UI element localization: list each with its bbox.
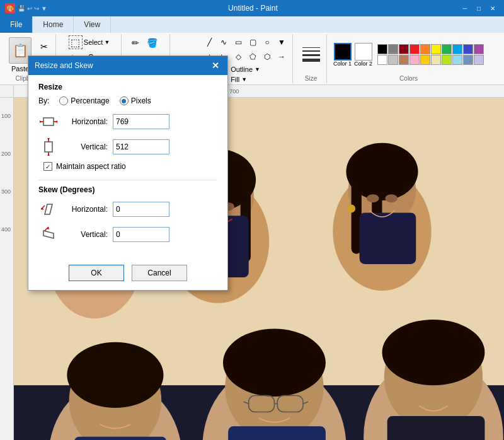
- color2-selector: Color 2: [354, 43, 372, 67]
- color-swatch-2[interactable]: [399, 44, 409, 54]
- color-swatch-10[interactable]: [377, 55, 387, 65]
- color-swatch-16[interactable]: [442, 55, 452, 65]
- resize-v-icon-container: [38, 137, 59, 157]
- tab-file[interactable]: File: [0, 16, 33, 33]
- color1-label: Color 1: [333, 61, 352, 67]
- color-swatch-12[interactable]: [399, 55, 409, 65]
- tab-view[interactable]: View: [74, 16, 111, 33]
- size-line-4[interactable]: [302, 59, 320, 62]
- svg-marker-50: [40, 120, 42, 123]
- shape-rect[interactable]: ▭: [231, 35, 245, 49]
- skew-v-icon-container: [38, 224, 59, 245]
- svg-rect-29: [74, 437, 167, 440]
- color-swatch-14[interactable]: [420, 55, 430, 65]
- percentage-radio-circle: [59, 96, 68, 105]
- select-arrow[interactable]: ▼: [104, 39, 110, 45]
- ruler-mark-700: 700: [229, 88, 239, 95]
- shape-diamond[interactable]: ◇: [231, 50, 245, 64]
- section-divider: [38, 180, 217, 180]
- window-controls: ─ □ ✕: [459, 2, 499, 14]
- size-content: [302, 35, 320, 74]
- maximize-button[interactable]: □: [472, 2, 485, 14]
- svg-point-23: [367, 194, 379, 202]
- colors-label: Colors: [399, 74, 418, 82]
- aspect-ratio-label: Maintain aspect ratio: [56, 162, 126, 171]
- title-bar-icons: 🎨 💾 ↩ ↪ ▼: [5, 3, 47, 13]
- shape-ellipse[interactable]: ○: [260, 35, 274, 49]
- color-swatch-4[interactable]: [420, 44, 430, 54]
- svg-marker-59: [41, 207, 43, 210]
- color-swatch-15[interactable]: [431, 55, 441, 65]
- resize-horizontal-icon: [38, 112, 59, 132]
- resize-vertical-row: Vertical:: [38, 137, 217, 157]
- color-swatch-8[interactable]: [463, 44, 473, 54]
- resize-vertical-input[interactable]: [113, 139, 169, 154]
- color-swatch-9[interactable]: [474, 44, 484, 54]
- color-swatch-3[interactable]: [410, 44, 420, 54]
- shape-arrow[interactable]: →: [275, 50, 289, 64]
- size-label: Size: [305, 74, 317, 82]
- aspect-ratio-row: Maintain aspect ratio: [43, 162, 217, 171]
- svg-marker-51: [55, 120, 57, 123]
- ruler-vertical: 100 200 300 400: [0, 98, 14, 440]
- color-swatch-7[interactable]: [452, 44, 462, 54]
- by-row: By: Percentage Pixels: [38, 96, 217, 105]
- dialog-body: Resize By: Percentage Pixels: [28, 75, 227, 257]
- select-icon[interactable]: ⬚: [69, 35, 83, 49]
- dropdown-quick-icon[interactable]: ▼: [41, 5, 47, 12]
- color-swatch-5[interactable]: [431, 44, 441, 54]
- shape-hexagon[interactable]: ⬡: [260, 50, 274, 64]
- quick-access: 💾 ↩ ↪ ▼: [18, 5, 47, 12]
- cancel-button[interactable]: Cancel: [132, 265, 187, 281]
- redo-quick-icon[interactable]: ↪: [34, 5, 39, 12]
- skew-section-label: Skew (Degrees): [38, 185, 217, 194]
- shape-roundrect[interactable]: ▢: [246, 35, 260, 49]
- size-line-3[interactable]: [302, 54, 320, 56]
- percentage-radio[interactable]: Percentage: [59, 96, 109, 105]
- svg-rect-47: [43, 118, 54, 125]
- color-swatch-17[interactable]: [452, 55, 462, 65]
- percentage-label: Percentage: [71, 96, 109, 105]
- save-quick-icon[interactable]: 💾: [18, 5, 25, 12]
- minimize-button[interactable]: ─: [459, 2, 471, 14]
- resize-skew-dialog[interactable]: Resize and Skew ✕ Resize By: Percentage …: [28, 55, 228, 291]
- fill-button[interactable]: Fill ▼: [229, 75, 262, 84]
- color-swatch-19[interactable]: [474, 55, 484, 65]
- color2-box[interactable]: [355, 43, 372, 61]
- skew-v-label: Vertical:: [64, 230, 108, 239]
- shape-line[interactable]: ╱: [202, 35, 216, 49]
- color-swatch-11[interactable]: [388, 55, 398, 65]
- resize-horizontal-input[interactable]: [113, 114, 169, 129]
- close-button[interactable]: ✕: [486, 2, 499, 14]
- skew-horizontal-input[interactable]: [113, 202, 169, 217]
- svg-marker-57: [45, 204, 52, 214]
- color-swatch-18[interactable]: [463, 55, 473, 65]
- dialog-titlebar: Resize and Skew ✕: [28, 56, 227, 75]
- color-swatch-13[interactable]: [410, 55, 420, 65]
- color-swatch-1[interactable]: [388, 44, 398, 54]
- size-line-1[interactable]: [302, 47, 320, 48]
- shape-curve[interactable]: ∿: [217, 35, 231, 49]
- dialog-close-button[interactable]: ✕: [210, 60, 221, 71]
- color1-box[interactable]: [334, 43, 352, 61]
- fill-tool[interactable]: 🪣: [144, 35, 159, 50]
- line-thick: [302, 54, 320, 56]
- tab-home[interactable]: Home: [33, 16, 74, 33]
- ruler-mark-100: 100: [0, 113, 13, 119]
- color-swatch-0[interactable]: [377, 44, 387, 54]
- ok-button[interactable]: OK: [69, 265, 124, 281]
- pixels-radio[interactable]: Pixels: [120, 96, 151, 105]
- pencil-tool[interactable]: ✏: [128, 35, 143, 50]
- skew-vertical-input[interactable]: [113, 227, 169, 242]
- color-palette: [377, 44, 484, 65]
- color-swatches: [377, 44, 484, 65]
- shape-pentagon[interactable]: ⬠: [246, 50, 260, 64]
- color-swatch-6[interactable]: [442, 44, 452, 54]
- outline-button[interactable]: Outline ▼: [229, 65, 262, 74]
- cut-button[interactable]: ✂: [37, 39, 52, 54]
- size-line-2[interactable]: [302, 50, 320, 52]
- by-label: By:: [38, 96, 49, 105]
- aspect-ratio-checkbox[interactable]: [43, 162, 52, 171]
- undo-quick-icon[interactable]: ↩: [27, 5, 32, 12]
- shape-more[interactable]: ▼: [275, 35, 289, 49]
